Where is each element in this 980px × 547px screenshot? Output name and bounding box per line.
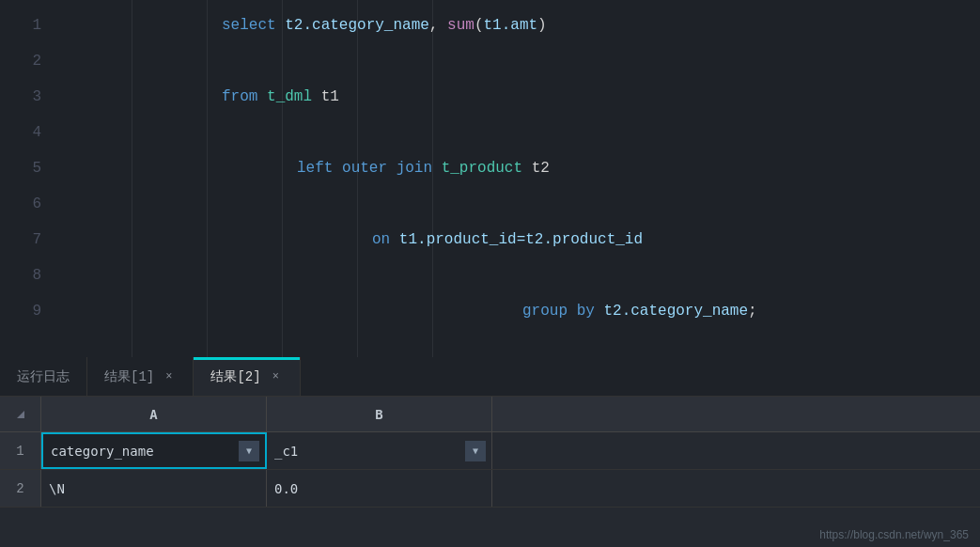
cell-2-b-value: 0.0 <box>274 481 298 496</box>
code-content[interactable]: select t2.category_name, sum(t1.amt) fro… <box>56 0 980 357</box>
code-line-1: select t2.category_name, sum(t1.amt) <box>56 8 980 43</box>
dropdown-arrow-1b[interactable]: ▼ <box>465 441 486 461</box>
cell-1-a[interactable]: category_name ▼ <box>41 432 267 469</box>
table-header: A B <box>0 397 980 432</box>
line-num-7: 7 <box>32 222 41 258</box>
results-table: A B 1 category_name ▼ _c1 ▼ 2 \ <box>0 397 980 547</box>
line-num-6: 6 <box>32 186 41 222</box>
corner-triangle <box>17 411 24 418</box>
row-num-2: 2 <box>0 470 41 507</box>
line-numbers: 1 2 3 4 5 6 7 8 9 <box>0 0 56 357</box>
cell-2-b: 0.0 <box>267 470 492 507</box>
table-corner <box>0 397 41 431</box>
tab-run-log[interactable]: 运行日志 <box>0 357 87 396</box>
code-editor: 1 2 3 4 5 6 7 8 9 select t2.category_nam… <box>0 0 980 357</box>
tab-result1[interactable]: 结果[1] × <box>87 357 194 396</box>
tab-result2[interactable]: 结果[2] × <box>194 357 300 396</box>
row-num-1: 1 <box>0 432 41 469</box>
tab-result1-close[interactable]: × <box>162 368 176 385</box>
bottom-panel: 运行日志 结果[1] × 结果[2] × A B 1 category_nam <box>0 357 980 547</box>
line-num-5: 5 <box>32 150 41 186</box>
line-num-2: 2 <box>32 43 41 79</box>
cell-2-a: \N <box>41 470 267 507</box>
code-line-9: group by t2.category_name; <box>56 293 980 329</box>
line-num-8: 8 <box>32 258 41 293</box>
line-num-4: 4 <box>32 115 41 150</box>
tab-bar: 运行日志 结果[1] × 结果[2] × <box>0 357 980 397</box>
table-row: 1 category_name ▼ _c1 ▼ <box>0 432 980 470</box>
code-line-5: left outer join t_product t2 <box>56 150 980 186</box>
column-header-b: B <box>267 397 492 431</box>
cell-2-a-value: \N <box>49 481 65 496</box>
cell-1-a-value: category_name <box>51 444 154 459</box>
footer-url: https://blog.csdn.net/wyn_365 <box>819 528 969 541</box>
cell-1-b-value: _c1 <box>274 444 298 459</box>
cell-1-b[interactable]: _c1 ▼ <box>267 432 492 469</box>
dropdown-arrow-1a[interactable]: ▼ <box>239 441 259 461</box>
column-header-a: A <box>41 397 267 431</box>
line-num-9: 9 <box>32 293 41 329</box>
tab-result2-close[interactable]: × <box>269 368 283 385</box>
code-line-7: on t1.product_id=t2.product_id <box>56 222 980 258</box>
line-num-3: 3 <box>32 79 41 115</box>
table-row: 2 \N 0.0 <box>0 470 980 508</box>
tab-run-log-label: 运行日志 <box>17 368 70 385</box>
tab-result2-label: 结果[2] <box>210 368 260 385</box>
tab-result1-label: 结果[1] <box>104 368 154 385</box>
line-num-1: 1 <box>32 8 41 43</box>
code-line-3: from t_dml t1 <box>56 79 980 115</box>
